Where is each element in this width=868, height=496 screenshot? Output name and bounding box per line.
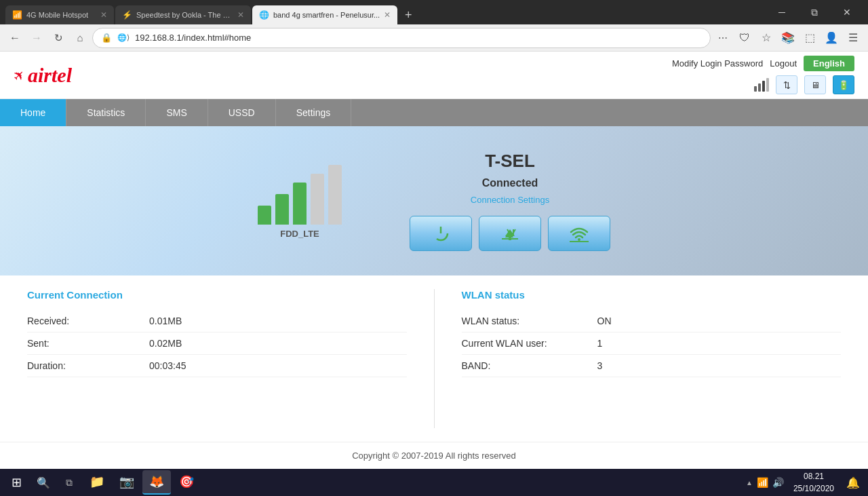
start-button[interactable]: ⊞ (3, 470, 30, 495)
airtel-logo: ✈ airtel (14, 64, 72, 87)
sent-label: Sent: (27, 338, 149, 349)
home-button[interactable]: ⌂ (71, 28, 90, 47)
volume-systray-icon[interactable]: 🔊 (772, 477, 784, 488)
minimize-button[interactable]: ─ (766, 3, 797, 22)
notification-center-button[interactable]: 🔔 (841, 470, 865, 495)
camera-icon: 📷 (119, 474, 134, 489)
router-nav: Home Statistics SMS USSD Settings (0, 99, 868, 126)
tab1-close[interactable]: ✕ (100, 10, 107, 20)
tab3-favicon: 🌐 (259, 10, 269, 20)
tab2-close[interactable]: ✕ (237, 10, 244, 20)
bookmark-collection-button[interactable]: 🛡 (735, 28, 754, 47)
hamburger-button[interactable]: ☰ (844, 28, 863, 47)
carrier-name: T-SEL (485, 151, 535, 172)
status-panel: T-SEL Connected Connection Settings (410, 151, 610, 251)
hero-section: FDD_LTE T-SEL Connected Connection Setti… (0, 126, 868, 275)
close-button[interactable]: ✕ (831, 3, 863, 22)
battery-icon[interactable]: 🔋 (833, 75, 854, 94)
address-bar[interactable]: 🔒 🌐⟩ 192.168.8.1/index.html#home (92, 28, 711, 48)
explorer-icon: 📁 (90, 474, 104, 489)
data-transfer-button[interactable] (479, 216, 541, 251)
browser-tab-2[interactable]: ⚡ Speedtest by Ookla - The Glob... ✕ (115, 5, 251, 24)
new-tab-button[interactable]: + (399, 5, 418, 24)
band-value: 3 (597, 360, 603, 371)
signal-bar-2 (275, 194, 289, 225)
wlan-user-row: Current WLAN user: 1 (462, 332, 842, 355)
power-button[interactable] (410, 216, 472, 251)
restore-button[interactable]: ⧉ (799, 3, 830, 22)
received-value: 0.01MB (149, 316, 182, 326)
security-icon: 🔒 (101, 33, 112, 43)
browser-titlebar: 📶 4G Mobile Hotspot ✕ ⚡ Speedtest by Ook… (0, 0, 868, 24)
sent-value: 0.02MB (149, 338, 182, 349)
tab2-favicon: ⚡ (122, 10, 132, 20)
display-icon[interactable]: 🖥 (804, 75, 826, 94)
taskbar-app-explorer[interactable]: 📁 (83, 470, 111, 495)
connection-status: Connected (482, 177, 538, 189)
account-button[interactable]: 👤 (822, 28, 841, 47)
wlan-user-value: 1 (597, 338, 603, 349)
back-button[interactable]: ← (5, 28, 24, 47)
firefox-icon: 🦊 (149, 474, 164, 489)
taskview-button[interactable]: ⧉ (57, 470, 81, 495)
connection-info-panel: Current Connection Received: 0.01MB Sent… (27, 289, 407, 428)
logout-link[interactable]: Logout (770, 58, 797, 69)
signal-bar-1 (258, 206, 271, 225)
header-right: Modify Login Password Logout English ⇅ 🖥… (672, 56, 854, 94)
tab2-title: Speedtest by Ookla - The Glob... (136, 11, 233, 19)
site-icon: 🌐⟩ (117, 33, 130, 42)
tab1-favicon: 📶 (12, 10, 22, 20)
network-systray-icon[interactable]: 📶 (757, 477, 768, 488)
duration-value: 00:03:45 (149, 360, 186, 371)
wlan-status-value: ON (597, 316, 612, 326)
search-button[interactable]: 🔍 (31, 470, 56, 495)
signal-bar-5 (328, 165, 342, 225)
signal-bars-display (258, 164, 342, 225)
browser-tab-3[interactable]: 🌐 band 4g smartfren - Penelusur... ✕ (252, 5, 397, 24)
address-text: 192.168.8.1/index.html#home (135, 33, 702, 43)
sidebar-button[interactable]: ⬚ (800, 28, 819, 47)
star-button[interactable]: ☆ (757, 28, 776, 47)
info-section: Current Connection Received: 0.01MB Sent… (0, 275, 868, 442)
systray-expand[interactable]: ▲ (746, 479, 753, 487)
header-links: Modify Login Password Logout English (672, 56, 854, 71)
nav-item-statistics[interactable]: Statistics (66, 99, 146, 126)
taskbar-app-firefox[interactable]: 🦊 (142, 470, 171, 495)
language-button[interactable]: English (804, 56, 854, 71)
wifi-icon (568, 224, 590, 243)
wlan-status-label: WLAN status: (462, 316, 597, 326)
duration-row: Duration: 00:03:45 (27, 355, 407, 377)
tab3-close[interactable]: ✕ (384, 10, 391, 20)
signal-visualization: FDD_LTE (258, 164, 342, 239)
tab1-title: 4G Mobile Hotspot (26, 11, 96, 19)
nav-item-ussd[interactable]: USSD (208, 99, 276, 126)
transfer-icon (500, 224, 520, 243)
nav-item-home[interactable]: Home (0, 99, 66, 126)
page-content: ✈ airtel Modify Login Password Logout En… (0, 52, 868, 469)
connection-settings-link[interactable]: Connection Settings (471, 195, 549, 205)
nav-item-sms[interactable]: SMS (146, 99, 208, 126)
menu-button[interactable]: ⋯ (713, 28, 732, 47)
taskbar-app-other[interactable]: 🎯 (172, 470, 201, 495)
received-row: Received: 0.01MB (27, 310, 407, 332)
refresh-button[interactable]: ↻ (49, 28, 68, 47)
duration-label: Duration: (27, 360, 149, 371)
received-label: Received: (27, 316, 149, 326)
connection-info-title: Current Connection (27, 289, 407, 301)
forward-button[interactable]: → (27, 28, 46, 47)
svg-point-9 (578, 238, 580, 241)
taskbar: ⊞ 🔍 ⧉ 📁 📷 🦊 🎯 ▲ 📶 🔊 08.21 25/10/2020 🔔 (0, 469, 868, 496)
taskbar-clock[interactable]: 08.21 25/10/2020 (788, 470, 840, 495)
nav-item-settings[interactable]: Settings (276, 99, 352, 126)
systray: ▲ 📶 🔊 (743, 477, 787, 488)
browser-tab-1[interactable]: 📶 4G Mobile Hotspot ✕ (5, 5, 114, 24)
power-icon (431, 224, 450, 243)
modify-password-link[interactable]: Modify Login Password (672, 58, 763, 69)
signal-bar-3 (293, 183, 307, 225)
taskbar-app-camera[interactable]: 📷 (113, 470, 141, 495)
signal-strength-icon (754, 78, 769, 92)
wifi-button[interactable] (548, 216, 610, 251)
library-button[interactable]: 📚 (778, 28, 797, 47)
data-transfer-icon[interactable]: ⇅ (776, 75, 797, 94)
signal-bar-4 (311, 174, 324, 225)
